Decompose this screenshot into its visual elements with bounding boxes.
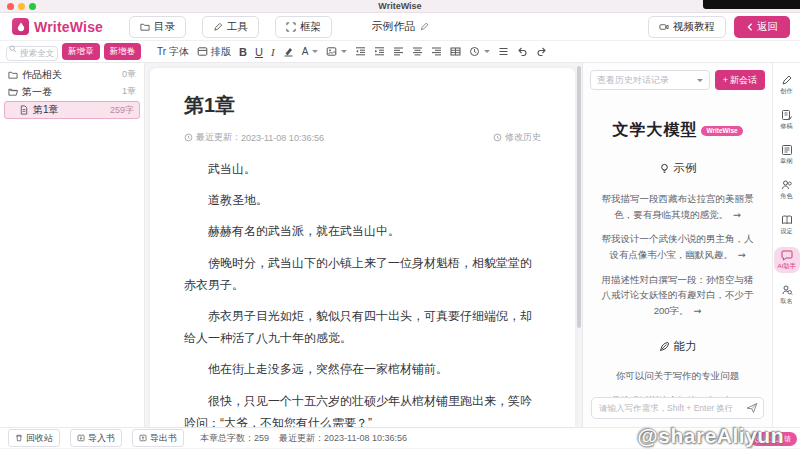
align-left-button[interactable] [393, 46, 404, 57]
model-title-row: 文学大模型 WriteWise [583, 120, 772, 141]
back-button[interactable]: 返回 [734, 16, 790, 38]
font-tr-glyph: Tr [157, 46, 166, 57]
import-book-button[interactable]: 导入书 [70, 429, 122, 447]
line-spacing-button[interactable] [498, 46, 509, 57]
tree-label: 作品相关 [22, 68, 62, 82]
highlight-button[interactable] [283, 46, 294, 57]
paragraph: 赫赫有名的武当派，就在武当山中。 [184, 220, 541, 242]
back-label: 返回 [757, 20, 778, 34]
last-updated: 最近更新：2023-11-08 10:36:56 [279, 432, 407, 445]
model-title: 文学大模型 [612, 120, 697, 141]
rail-item-settings[interactable]: 设定 [774, 212, 800, 238]
ai-assistant-panel: 查看历史对话记录 + 新会话 文学大模型 WriteWise 示例 帮我描写一段… [582, 63, 772, 427]
trash-icon [15, 434, 23, 442]
video-tutorial-label: 视频教程 [673, 20, 715, 34]
characters-icon [781, 179, 793, 191]
quill-icon [659, 341, 670, 352]
tools-button[interactable]: 工具 [202, 16, 259, 38]
plus-icon: + [723, 75, 728, 85]
rail-item-revise[interactable]: 修稿 [774, 107, 800, 133]
tree-item-chapter1[interactable]: 第1章 259字 [4, 101, 140, 119]
add-chapter-button[interactable]: 新增章 [62, 43, 100, 60]
chapter-body[interactable]: 武当山。 道教圣地。 赫赫有名的武当派，就在武当山中。 傍晚时分，武当山下的小镇… [184, 158, 541, 427]
chat-input[interactable] [591, 397, 764, 419]
video-camera-icon [659, 22, 669, 32]
font-color-button[interactable]: A [302, 46, 319, 57]
tree-item-volume1[interactable]: 第一卷 1章 [0, 83, 144, 100]
undo-button[interactable] [517, 46, 528, 57]
paragraph: 很快，只见一个十五六岁的壮硕少年从棺材铺里跑出来，笑吟吟问：“大爷，不知您有什么… [184, 390, 541, 428]
align-right-button[interactable] [431, 46, 442, 57]
main-area: 作品相关 0章 第一卷 1章 第1章 259字 第1章 最近更新： 20 [0, 63, 800, 427]
tree-count: 1章 [122, 85, 136, 98]
rail-item-create[interactable]: 创作 [774, 72, 800, 98]
history-link[interactable]: 修改历史 [493, 131, 541, 144]
doc-title: 示例作品 [372, 19, 416, 34]
align-center-button[interactable] [412, 46, 423, 57]
align-center-icon [412, 46, 423, 57]
history-label: 修改历史 [505, 131, 541, 144]
frame-button[interactable]: 框架 [275, 16, 332, 38]
chevron-down-icon [697, 79, 703, 82]
image-icon [326, 46, 337, 57]
video-tutorial-button[interactable]: 视频教程 [648, 16, 726, 38]
catalog-button[interactable]: 目录 [129, 16, 186, 38]
redo-icon [536, 46, 547, 57]
brand-name: WriteWise [34, 19, 103, 35]
italic-button[interactable]: I [271, 46, 275, 58]
library-controls: 新增章 新增卷 [0, 42, 145, 61]
indent-button[interactable] [374, 46, 385, 57]
rail-item-characters[interactable]: 角色 [774, 177, 800, 203]
export-icon [139, 434, 147, 442]
outdent-button[interactable] [355, 46, 366, 57]
rail-item-ai-assistant[interactable]: AI助手 [774, 247, 800, 273]
recycle-bin-button[interactable]: 回收站 [8, 429, 60, 447]
editor-card[interactable]: 第1章 最近更新： 2023-11-08 10:36:56 修改历史 武当山。 … [150, 68, 575, 427]
import-icon [77, 434, 85, 442]
layout-button[interactable]: 排版 [197, 45, 231, 59]
app-header: WriteWise 目录 工具 框架 示例作品 [0, 13, 800, 41]
titlebar: WriteWise [0, 0, 800, 13]
example-item[interactable]: 帮我描写一段西藏布达拉宫的美丽景色，要有身临其境的感觉。 → [597, 191, 758, 222]
rail-item-outline[interactable]: 章纲 [774, 142, 800, 168]
bold-button[interactable]: B [239, 46, 247, 58]
tree-item-related[interactable]: 作品相关 0章 [0, 66, 144, 83]
pen-icon [213, 22, 223, 32]
chapter-title: 第1章 [184, 92, 541, 119]
arrow-right-icon: → [738, 249, 746, 260]
history-session-select[interactable]: 查看历史对话记录 [590, 70, 710, 90]
catalog-label: 目录 [154, 20, 175, 34]
book-icon [781, 214, 793, 226]
capability-item: 你可以问关于写作的专业问题 [597, 368, 758, 383]
send-icon[interactable] [746, 402, 758, 414]
editor-scrollbar[interactable] [577, 66, 581, 328]
redo-button[interactable] [536, 46, 547, 57]
new-session-button[interactable]: + 新会话 [715, 70, 765, 90]
indent-icon [374, 46, 385, 57]
insert-image-button[interactable] [326, 46, 347, 57]
clock-icon [469, 46, 480, 57]
font-color-glyph: A [302, 46, 309, 57]
align-right-icon [431, 46, 442, 57]
rail-item-naming[interactable]: 取名 [774, 282, 800, 308]
example-item[interactable]: 用描述性对白撰写一段：孙悟空与猪八戒讨论女妖怪的有趣对白，不少于200字。 → [597, 272, 758, 319]
table-button[interactable] [450, 46, 461, 57]
feature-rail: 创作 修稿 章纲 角色 设定 AI助手 [772, 63, 800, 427]
chevron-down-icon [484, 50, 490, 53]
add-volume-button[interactable]: 新增卷 [104, 43, 142, 60]
edit-title-icon[interactable] [420, 22, 429, 31]
chevron-down-icon [341, 50, 347, 53]
font-button[interactable]: Tr 字体 [157, 45, 189, 59]
underline-button[interactable]: U [255, 46, 263, 58]
folder-icon [140, 22, 150, 32]
example-item[interactable]: 帮我设计一个武侠小说的男主角，人设有点像韦小宝，幽默风趣。 → [597, 231, 758, 262]
header-nav: 目录 工具 框架 [129, 16, 332, 38]
export-label: 导出书 [150, 432, 177, 445]
tools-label: 工具 [227, 20, 248, 34]
outline-doc-icon [781, 144, 793, 156]
word-count-value: 259 [254, 433, 269, 443]
history-version-button[interactable] [469, 46, 490, 57]
chevron-down-icon [312, 50, 318, 53]
export-book-button[interactable]: 导出书 [132, 429, 184, 447]
frame-icon [286, 22, 296, 32]
